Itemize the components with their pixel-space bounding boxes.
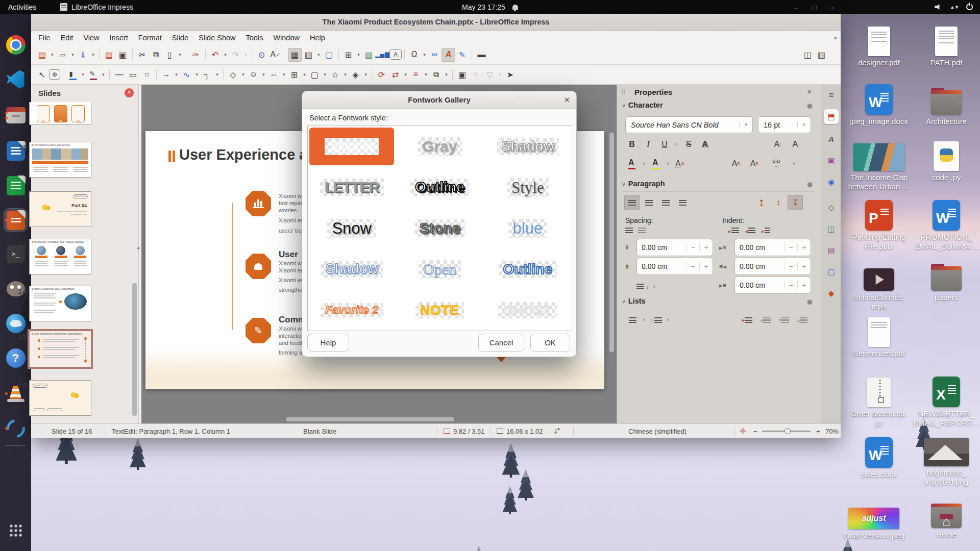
undo-dropdown-icon[interactable]: ▾ xyxy=(222,48,229,62)
find-replace-icon[interactable]: ⊙ xyxy=(255,48,268,62)
fontwork-style-open[interactable]: Open xyxy=(396,249,483,290)
fontwork-gallery-icon[interactable]: A xyxy=(442,48,455,62)
spacing-below-field[interactable]: 0.00 cm−+ xyxy=(636,258,713,275)
align-objects-icon[interactable]: ≡ xyxy=(409,68,423,82)
system-status-area[interactable]: ▲▼ xyxy=(935,0,973,14)
crop-icon[interactable]: ⌗ xyxy=(469,68,483,82)
cut-icon[interactable]: ✂ xyxy=(135,48,149,62)
clear-formatting-button[interactable]: A⊗ xyxy=(672,156,688,171)
properties-close-icon[interactable]: × xyxy=(807,88,812,96)
minus-stepper[interactable]: − xyxy=(784,262,797,270)
menu-slide[interactable]: Slide xyxy=(167,32,193,44)
line-spacing-dropdown-icon[interactable]: ˅ xyxy=(651,280,658,293)
show-draw-functions-icon[interactable]: ✎ xyxy=(455,48,469,62)
help-button[interactable]: Help xyxy=(307,334,349,352)
minus-stepper[interactable]: − xyxy=(686,243,699,252)
points-icon[interactable]: ➤ xyxy=(503,68,517,82)
promote-button[interactable]: ◂ xyxy=(758,312,773,328)
menu-view[interactable]: View xyxy=(78,32,104,44)
font-color-button[interactable]: A xyxy=(624,156,640,171)
highlight-color-button[interactable]: A xyxy=(648,156,664,171)
indent-after-field[interactable]: 0.00 cm−+ xyxy=(734,258,811,275)
rotate-icon[interactable]: ⟳ xyxy=(375,68,388,82)
tab-slide-transition[interactable]: ◫ xyxy=(824,221,839,236)
slide-thumbnail-14[interactable]: Market Expansion and Globalization xyxy=(29,286,91,321)
subscript-button[interactable]: AB xyxy=(747,156,762,171)
ordered-list-button[interactable]: ⒈ xyxy=(648,312,664,328)
indent-before-field[interactable]: 0.00 cm−+ xyxy=(734,239,811,256)
spelling-icon[interactable]: A✓ xyxy=(268,48,282,62)
curve-dropdown-icon[interactable]: ▾ xyxy=(193,68,200,82)
specialchar-dropdown-icon[interactable]: ▾ xyxy=(421,48,428,62)
desktop-icon[interactable]: W jpeg_image.docx xyxy=(846,83,912,126)
decrease-font-button[interactable]: A↓ xyxy=(789,137,804,152)
clock[interactable]: May 23 17:25 xyxy=(462,0,518,14)
fontwork-style-shadow-blue[interactable]: Shadow xyxy=(308,249,396,290)
indent-first-icon[interactable]: ▸ xyxy=(762,228,770,235)
paste-dropdown-icon[interactable]: ▾ xyxy=(177,48,183,62)
panel-drag-dots-icon[interactable]: ⠿ xyxy=(621,89,626,96)
sidebar-toggle-icon[interactable]: ▥ xyxy=(815,48,828,62)
desktop-icon[interactable]: References.pdf xyxy=(846,315,912,358)
symbol-shapes-icon[interactable]: ☺ xyxy=(247,68,260,82)
spacing-icon2[interactable] xyxy=(638,228,646,233)
new-presentation-icon[interactable]: ▤ xyxy=(35,48,49,62)
slide-thumbnail-13[interactable]: Technology Innovation and Product Upgrad… xyxy=(29,239,91,274)
desktop-icon[interactable]: designer.pdf xyxy=(846,24,912,67)
arrow-dropdown-icon[interactable]: ▾ xyxy=(173,68,180,82)
zoom-out-button[interactable]: − xyxy=(753,424,757,438)
flowchart-dropdown-icon[interactable]: ▾ xyxy=(301,68,308,82)
slide-thumbnail-10[interactable]: 01 02 03 xyxy=(29,102,91,125)
focused-app-menu[interactable]: LibreOffice Impress xyxy=(60,0,133,14)
tab-animation[interactable]: ▤ xyxy=(824,243,839,258)
dock-impress-active[interactable] xyxy=(4,209,27,232)
paragraph-section-header[interactable]: ˅Paragraph✺ xyxy=(622,180,814,192)
insert-special-character-icon[interactable]: Ω xyxy=(407,48,421,62)
save-icon[interactable]: ⇓ xyxy=(76,48,90,62)
undo-icon[interactable]: ↶ xyxy=(208,48,222,62)
font-name-combobox[interactable]: Source Han Sans CN Bold˅ xyxy=(625,116,753,133)
tab-gallery[interactable]: ▣ xyxy=(824,153,839,168)
indent-decrease-icon[interactable]: ◂ xyxy=(745,228,756,235)
desktop-icon[interactable]: code .py xyxy=(913,139,979,182)
tab-shapes[interactable]: ◇ xyxy=(824,200,839,215)
print-icon[interactable]: ▣ xyxy=(116,48,130,62)
menu-edit[interactable]: Edit xyxy=(55,32,78,44)
tab-styles[interactable]: A xyxy=(824,132,839,146)
activities-button[interactable]: Activities xyxy=(8,0,36,14)
3d-objects-icon[interactable]: ◈ xyxy=(349,68,362,82)
fontwork-style-letter[interactable]: LETTER xyxy=(308,167,396,208)
plus-stepper[interactable]: + xyxy=(699,262,713,270)
insert-chart-icon[interactable]: ▂▅▇ xyxy=(376,48,389,62)
copy-icon[interactable]: ⧉ xyxy=(149,48,163,62)
helplines-icon[interactable]: ▢ xyxy=(322,48,336,62)
unordered-list-button[interactable]: ∶ xyxy=(624,312,640,328)
fontwork-style-outline[interactable]: Outline xyxy=(396,167,483,208)
move-down-button[interactable]: ▾ xyxy=(776,312,792,328)
status-slide-style[interactable]: Blank Slide xyxy=(303,424,336,438)
snap-dropdown-icon[interactable]: ▾ xyxy=(315,48,322,62)
align-right-button[interactable] xyxy=(658,195,673,210)
ellipse-icon[interactable]: ○ xyxy=(140,68,154,82)
menu-help[interactable]: Help xyxy=(305,32,330,44)
clone-formatting-icon[interactable]: ✑ xyxy=(189,48,203,62)
slide-thumbnail-15-selected[interactable]: User Experience and Service Optimization xyxy=(29,331,91,367)
symbol-shapes-dropdown-icon[interactable]: ▾ xyxy=(260,68,267,82)
line-color-dropdown-icon[interactable]: ▾ xyxy=(100,68,107,82)
fontwork-style-favorite2[interactable]: Favorite 2 xyxy=(308,290,396,331)
unordered-list-dropdown-icon[interactable]: ˅ xyxy=(641,313,647,327)
redo-dropdown-icon[interactable]: ▾ xyxy=(242,48,249,62)
desktop-icon[interactable]: W PROMOTION_ EMAIL_SUMMA… xyxy=(913,199,979,251)
underline-button[interactable]: U xyxy=(657,137,672,152)
menu-insert[interactable]: Insert xyxy=(105,32,133,44)
dialog-titlebar[interactable]: Fontwork Gallery ✕ xyxy=(302,91,576,109)
paragraph-settings-icon[interactable]: ✺ xyxy=(807,181,813,189)
lists-section-header[interactable]: ˅Lists✺ xyxy=(622,297,814,309)
flip-icon[interactable]: ⇄ xyxy=(388,68,402,82)
tab-diamond[interactable]: ◆ xyxy=(824,286,839,300)
fontwork-style-blue[interactable]: blue xyxy=(484,208,572,248)
line-spacing-icon[interactable] xyxy=(636,284,644,289)
desktop-icon[interactable]: AnimalSounds. mp4 xyxy=(846,259,912,311)
underline-dropdown-icon[interactable]: ˅ xyxy=(673,138,680,152)
fontwork-style-style[interactable]: Style xyxy=(484,167,572,208)
